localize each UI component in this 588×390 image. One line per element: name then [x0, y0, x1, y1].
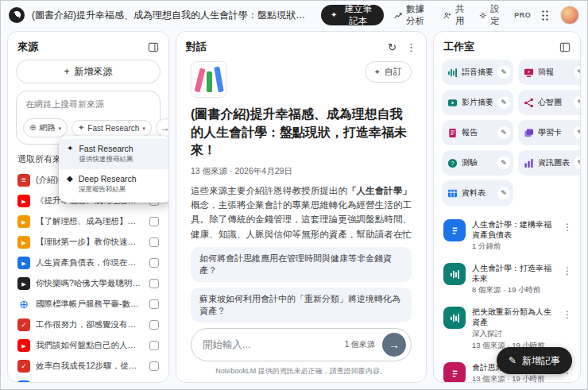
source-checkbox[interactable]	[149, 217, 159, 226]
research-mode-chip[interactable]: Fast Research	[72, 120, 152, 137]
chat-input[interactable]: 開始輸入...	[203, 338, 345, 352]
svg-text:?: ?	[451, 160, 454, 167]
share-icon	[443, 10, 451, 21]
source-title: 工作很努力，卻感覺沒有前進？	[36, 319, 144, 330]
studio-tool-data-table[interactable]: 資料表	[442, 180, 513, 206]
sources-header: 來源	[17, 40, 38, 54]
item-title: 人生會計學：建構幸福資產負債表	[472, 219, 556, 240]
avatar[interactable]	[560, 6, 579, 25]
studio-tool-video-overview[interactable]: 影片摘要	[442, 90, 513, 115]
chat-panel: 對話 自訂 (圖書介紹)提升幸福感、成為理想自我的人生會計學：盤點現狀，打造幸福…	[176, 31, 427, 383]
edit-pencil-icon[interactable]	[497, 96, 510, 109]
tool-label: 報告	[462, 127, 493, 138]
source-checkbox[interactable]	[149, 361, 159, 371]
studio-header: 工作室	[443, 40, 474, 54]
notebook-title[interactable]: (圖書介紹)提升幸福感、成為理想自我的人生會計學：盤點現狀，打造幸福未...	[32, 9, 314, 22]
dropdown-option-deep-research[interactable]: Deep Research 深度報告和結果	[59, 169, 169, 199]
analytics-button[interactable]: 數據分析	[394, 3, 433, 27]
disclaimer: NotebookLM 提供的資訊未必正確，請查證回覆內容。	[191, 361, 412, 379]
studio-item[interactable]: 人生會計學：建構幸福資產負債表1 分鐘前	[442, 214, 574, 257]
create-notebook-label: 建立筆記本	[342, 3, 374, 27]
pdf-icon	[17, 174, 30, 187]
more-options-icon[interactable]	[406, 42, 416, 52]
settings-button[interactable]: 設定	[479, 3, 504, 27]
search-input[interactable]: 在網路上搜尋新來源	[23, 98, 153, 118]
more-options-icon[interactable]	[563, 263, 572, 276]
edit-pencil-icon[interactable]	[497, 66, 510, 79]
edit-pencil-icon[interactable]	[574, 126, 581, 139]
customize-button[interactable]: 自訂	[365, 61, 412, 83]
edit-pencil-icon[interactable]	[497, 187, 510, 199]
table-icon	[447, 188, 458, 199]
source-title: 人生資產負債表，你現在是盈餘還	[36, 257, 144, 268]
source-list-item[interactable]: 你快樂嗎?哈佛大學最聰明頭腦耗	[8, 273, 168, 294]
suggested-question-chip[interactable]: 如何將會計思維應用在管理時間與健康等非金錢資產？	[191, 247, 412, 282]
edit-pencil-icon[interactable]	[574, 96, 581, 109]
more-options-icon[interactable]	[563, 219, 572, 232]
search-submit-button[interactable]	[156, 118, 169, 137]
studio-tool-reports[interactable]: 報告	[442, 120, 513, 145]
share-button[interactable]: 共用	[443, 3, 468, 27]
source-list-item[interactable]: 書本封面	[8, 376, 168, 382]
collapse-panel-icon[interactable]	[148, 42, 159, 52]
source-list-item[interactable]: 人生資產負債表，你現在是盈餘還	[8, 253, 168, 273]
source-title: 效率自我成長12步驟，從記錄執行	[36, 361, 144, 372]
youtube-icon	[17, 339, 30, 352]
source-list-item[interactable]: 【了解理想、成為理想】成功學大	[8, 211, 168, 232]
youtube-icon	[17, 215, 30, 228]
edit-pencil-icon[interactable]	[574, 66, 581, 79]
web-icon	[17, 298, 30, 311]
source-checkbox[interactable]	[149, 320, 159, 330]
report-icon	[447, 128, 458, 138]
create-notebook-button[interactable]: 建立筆記本	[321, 5, 384, 25]
source-list-item[interactable]: 效率自我成長12步驟，從記錄執行	[8, 356, 168, 376]
source-checkbox[interactable]	[149, 299, 159, 309]
more-options-icon[interactable]	[563, 307, 572, 319]
notebooklm-logo-icon[interactable]	[9, 7, 25, 23]
item-meta: 1 分鐘前	[472, 241, 556, 252]
web-filter-chip[interactable]: 網路	[23, 118, 68, 137]
edit-pencil-icon[interactable]	[574, 156, 581, 169]
apps-grid-icon[interactable]	[541, 10, 550, 21]
source-title: 【理財第一步】教你快速建立個人	[36, 237, 144, 248]
studio-tool-infographic[interactable]: 資訊圖表	[518, 150, 581, 176]
studio-tools-grid: 語音摘要 簡報 影片摘要 心智圖	[434, 60, 580, 212]
studio-tool-slides[interactable]: 簡報	[518, 60, 581, 85]
audio-waveform-icon	[447, 68, 458, 78]
studio-tool-audio-overview[interactable]: 語音摘要	[442, 60, 513, 85]
source-checkbox[interactable]	[149, 341, 159, 350]
source-list-item[interactable]: 工作很努力，卻感覺沒有前進？	[8, 315, 168, 335]
youtube-icon	[17, 236, 30, 249]
studio-tool-mind-map[interactable]: 心智圖	[518, 90, 581, 115]
edit-pencil-icon[interactable]	[497, 126, 510, 139]
research-mode-dropdown: Fast Research 提供快速搜尋結果 Deep Research 深度報…	[59, 136, 169, 203]
add-note-button[interactable]: 新增記事	[497, 347, 572, 374]
refresh-icon[interactable]	[388, 42, 397, 52]
source-checkbox[interactable]	[149, 237, 159, 247]
add-source-button[interactable]: 新增來源	[16, 60, 161, 83]
arrow-right-icon	[161, 123, 169, 133]
source-checkbox[interactable]	[149, 258, 159, 268]
doc-icon	[17, 380, 30, 382]
audio-icon	[443, 263, 466, 285]
source-list-item[interactable]: 我們該如何盤點自己的人生？《提	[8, 335, 168, 356]
source-list-item[interactable]: 【理財第一步】教你快速建立個人	[8, 232, 168, 253]
checklist-icon	[17, 319, 30, 331]
book-cover-thumbnail[interactable]	[191, 61, 227, 98]
source-list-item[interactable]: 國際標準帳戶服務平臺-數位帳戶	[8, 294, 168, 315]
dropdown-option-fast-research[interactable]: Fast Research 提供快速搜尋結果	[59, 139, 169, 169]
chat-header: 對話	[186, 40, 207, 54]
tool-label: 簡報	[538, 67, 570, 78]
studio-tool-quiz[interactable]: ? 測驗	[442, 150, 513, 176]
studio-item[interactable]: 人生會計學：打造幸福未來8 個來源 · 19 小時前	[442, 257, 574, 301]
customize-label: 自訂	[385, 66, 402, 78]
tool-label: 影片摘要	[462, 97, 493, 108]
studio-tool-flashcards[interactable]: 學習卡	[518, 120, 581, 145]
sparkle-icon	[331, 11, 337, 19]
suggested-question-chip[interactable]: 蘇東坡如何利用會計中的「重新分類」將逆境轉化為資產？	[191, 288, 412, 322]
edit-pencil-icon[interactable]	[497, 156, 510, 169]
send-button[interactable]	[382, 333, 406, 357]
collapse-panel-icon[interactable]	[559, 42, 571, 52]
tool-label: 測驗	[462, 157, 493, 168]
source-checkbox[interactable]	[149, 279, 159, 288]
